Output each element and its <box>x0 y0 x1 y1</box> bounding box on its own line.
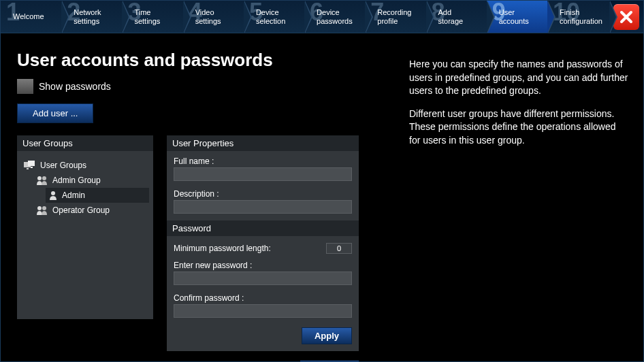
user-properties-panel: User Properties Full name : Description … <box>167 135 359 351</box>
svg-rect-2 <box>27 168 29 169</box>
svg-point-4 <box>37 176 42 180</box>
password-header: Password <box>167 220 359 236</box>
description-label: Description : <box>167 184 359 200</box>
tree-group-admin[interactable]: Admin Group <box>33 173 149 188</box>
user-groups-header: User Groups <box>17 135 153 151</box>
description-input[interactable] <box>174 200 352 214</box>
tree-user-admin[interactable]: Admin <box>46 188 149 203</box>
svg-point-6 <box>51 191 55 195</box>
user-properties-header: User Properties <box>167 135 359 151</box>
help-paragraph: Here you can specify the names and passw… <box>409 58 628 98</box>
step-label: Network settings <box>74 8 115 25</box>
wizard-steps: 1Welcome 2Network settings 3Time setting… <box>1 1 643 33</box>
add-user-button[interactable]: Add user ... <box>17 103 93 123</box>
step-device-passwords[interactable]: 6Device passwords <box>304 1 365 33</box>
step-label: Finish configuration <box>560 8 602 25</box>
help-panel: Here you can specify the names and passw… <box>382 33 643 361</box>
enter-password-input[interactable] <box>174 272 352 285</box>
step-welcome[interactable]: 1Welcome <box>1 1 61 33</box>
confirm-password-input[interactable] <box>174 304 352 318</box>
step-label: Welcome <box>13 12 54 21</box>
step-add-storage[interactable]: 8Add storage <box>426 1 487 33</box>
screens-icon <box>24 161 36 170</box>
min-password-length-value: 0 <box>326 243 352 254</box>
step-label: Recording profile <box>377 8 419 25</box>
step-label: Time settings <box>134 8 176 25</box>
fullname-input[interactable] <box>174 167 352 181</box>
enter-password-label: Enter new password : <box>167 255 359 272</box>
step-video-settings[interactable]: 4Video settings <box>183 1 244 33</box>
step-network-settings[interactable]: 2Network settings <box>61 1 122 33</box>
user-groups-panel: User Groups User Groups Admin Group <box>17 135 153 319</box>
apply-button[interactable]: Apply <box>302 327 352 344</box>
show-passwords-label: Show passwords <box>39 81 111 92</box>
user-groups-tree: User Groups Admin Group Admin <box>17 151 153 225</box>
svg-point-7 <box>37 206 42 210</box>
confirm-password-label: Confirm password : <box>167 288 359 304</box>
users-icon <box>36 176 48 185</box>
svg-rect-1 <box>28 161 35 166</box>
step-label: Device passwords <box>317 8 358 25</box>
step-label: User accounts <box>499 8 541 25</box>
users-icon <box>36 205 48 215</box>
step-label: Video settings <box>195 8 237 25</box>
step-label: Add storage <box>438 8 480 25</box>
step-time-settings[interactable]: 3Time settings <box>122 1 182 33</box>
user-icon <box>48 191 58 200</box>
svg-point-8 <box>42 206 46 210</box>
help-paragraph: Different user groups have different per… <box>409 108 628 148</box>
svg-rect-3 <box>31 167 33 168</box>
step-finish-configuration[interactable]: 10Finish configuration <box>547 1 609 33</box>
close-icon <box>619 10 634 24</box>
step-device-selection[interactable]: 5Device selection <box>244 1 304 33</box>
tree-root[interactable]: User Groups <box>21 158 149 173</box>
tree-group-operator[interactable]: Operator Group <box>33 203 149 218</box>
step-user-accounts[interactable]: 9User accounts <box>487 1 547 33</box>
step-recording-profile[interactable]: 7Recording profile <box>365 1 425 33</box>
show-passwords-checkbox[interactable] <box>17 79 33 94</box>
page-title: User accounts and passwords <box>17 50 371 71</box>
min-password-length-label: Minimum password length: <box>174 244 271 253</box>
step-label: Device selection <box>256 8 297 25</box>
fullname-label: Full name : <box>167 151 359 167</box>
svg-point-5 <box>42 176 46 180</box>
